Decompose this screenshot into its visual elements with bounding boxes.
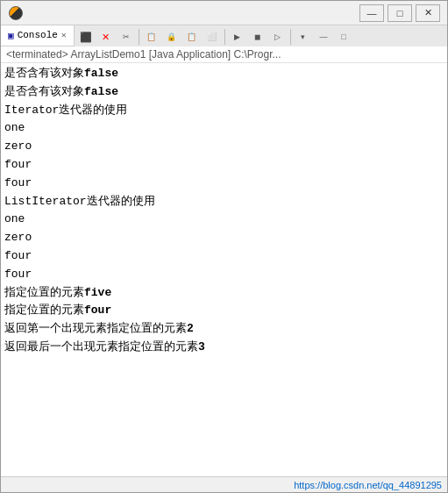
terminated-bar: <terminated> ArrayListDemo1 [Java Applic… — [1, 46, 447, 63]
console-line: four — [4, 247, 444, 266]
toolbar-btn-7[interactable]: ⬜ — [203, 28, 222, 46]
console-line-text: four — [4, 268, 32, 281]
status-link[interactable]: https://blog.csdn.net/qq_44891295 — [294, 480, 442, 490]
console-line-text: four — [4, 249, 32, 262]
console-line: 是否含有该对象false — [4, 65, 444, 83]
toolbar-btn-13[interactable]: □ — [334, 28, 353, 46]
console-line: one — [4, 119, 444, 138]
console-line-suffix: false — [84, 67, 118, 80]
console-tab-icon: ▣ — [8, 30, 14, 41]
console-line: four — [4, 175, 444, 193]
console-line-text: 返回第一个出现元素指定位置的元素 — [4, 322, 187, 335]
console-line: one — [4, 211, 444, 229]
console-line-text: four — [4, 176, 32, 189]
console-line-text: 是否含有该对象 — [4, 67, 84, 80]
toolbar-btn-10[interactable]: ▷ — [268, 28, 288, 46]
console-line-text: zero — [4, 139, 32, 153]
console-toolbar: ⬛ ✕ ✂ 📋 🔒 📋 ⬜ ▶ ◼ ▷ ▾ — □ — [75, 25, 447, 48]
console-line: Iterator迭代器的使用 — [4, 102, 444, 120]
console-line: 是否含有该对象false — [4, 83, 444, 102]
toolbar-sep-1 — [139, 29, 139, 45]
toolbar-btn-1[interactable]: ⬛ — [76, 28, 96, 46]
console-tab-label: Console — [18, 30, 58, 40]
console-line-text: Iterator迭代器的使用 — [4, 104, 127, 117]
console-line: zero — [4, 229, 444, 247]
close-button[interactable]: ✕ — [416, 4, 440, 22]
window-icon — [8, 5, 24, 21]
terminated-text: <terminated> ArrayListDemo1 [Java Applic… — [6, 48, 281, 61]
toolbar-btn-9[interactable]: ◼ — [248, 28, 267, 46]
console-line-suffix: four — [84, 304, 111, 317]
console-line-text: zero — [4, 231, 32, 244]
toolbar-btn-8[interactable]: ▶ — [228, 28, 247, 46]
console-line: 返回最后一个出现元素指定位置的元素3 — [4, 339, 444, 357]
tab-close-icon[interactable]: ✕ — [61, 30, 67, 40]
console-line: 返回第一个出现元素指定位置的元素2 — [4, 320, 444, 339]
console-line: ListIterator迭代器的使用 — [4, 193, 444, 211]
console-line-suffix: five — [84, 286, 111, 299]
console-line: four — [4, 266, 444, 284]
toolbar-sep-2 — [224, 29, 225, 45]
console-line: 指定位置的元素four — [4, 302, 444, 320]
status-bar: https://blog.csdn.net/qq_44891295 — [1, 476, 447, 492]
toolbar-btn-3[interactable]: ✂ — [117, 28, 136, 46]
toolbar-sep-3 — [290, 29, 291, 45]
toolbar-btn-12[interactable]: — — [314, 28, 333, 46]
console-line: four — [4, 156, 444, 175]
console-line-suffix: 3 — [198, 340, 205, 354]
toolbar-btn-6[interactable]: 📋 — [182, 28, 202, 46]
console-line-text: 指定位置的元素 — [4, 304, 84, 317]
tab-bar: ▣ Console ✕ ⬛ ✕ ✂ 📋 🔒 📋 ⬜ ▶ ◼ ▷ ▾ — □ — [1, 25, 447, 46]
console-tab[interactable]: ▣ Console ✕ — [1, 25, 75, 46]
toolbar-btn-5[interactable]: 🔒 — [162, 28, 181, 46]
console-line: 指定位置的元素five — [4, 284, 444, 303]
console-line-text: 是否含有该对象 — [4, 85, 84, 98]
console-line-suffix: 2 — [187, 322, 194, 335]
console-line: zero — [4, 138, 444, 156]
toolbar-btn-2[interactable]: ✕ — [96, 28, 116, 46]
toolbar-btn-11[interactable]: ▾ — [294, 28, 313, 46]
main-window: — □ ✕ ▣ Console ✕ ⬛ ✕ ✂ 📋 🔒 📋 ⬜ ▶ ◼ ▷ ▾ — [0, 0, 448, 493]
console-line-text: 返回最后一个出现元素指定位置的元素 — [4, 340, 198, 354]
minimize-button[interactable]: — — [359, 4, 384, 22]
console-line-text: ListIterator迭代器的使用 — [4, 195, 155, 208]
console-line-text: one — [4, 212, 25, 225]
title-bar-controls: — □ ✕ — [359, 4, 440, 22]
console-line-text: one — [4, 121, 25, 134]
console-output[interactable]: 是否含有该对象false是否含有该对象falseIterator迭代器的使用on… — [1, 63, 447, 476]
console-line-text: four — [4, 158, 32, 171]
toolbar-btn-4[interactable]: 📋 — [142, 28, 161, 46]
title-bar: — □ ✕ — [1, 1, 447, 25]
maximize-button[interactable]: □ — [388, 4, 412, 22]
console-line-suffix: false — [84, 85, 118, 98]
console-line-text: 指定位置的元素 — [4, 286, 84, 299]
